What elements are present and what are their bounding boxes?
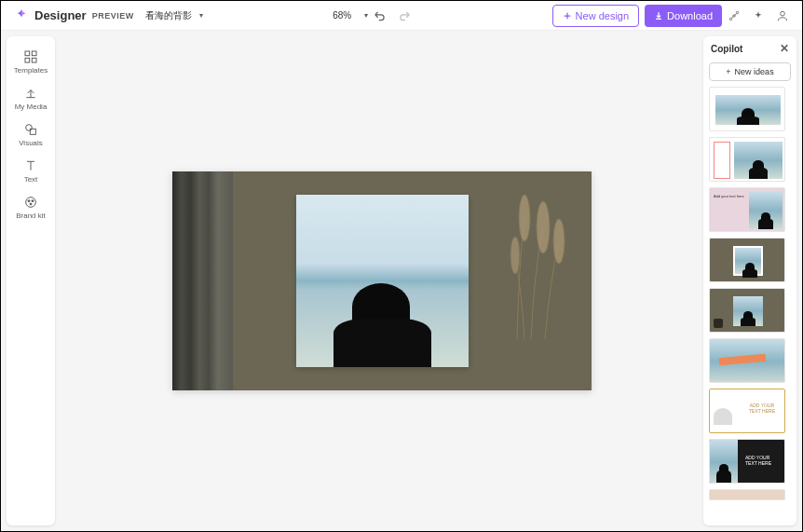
sidebar-item-text[interactable]: Text — [7, 153, 55, 189]
copilot-title: Copilot — [711, 44, 742, 54]
brand-name: Designer — [34, 8, 87, 22]
svg-rect-7 — [32, 58, 36, 62]
idea-thumbnail[interactable]: Add your text here — [709, 187, 785, 232]
sidebar-item-templates[interactable]: Templates — [7, 44, 55, 80]
idea-thumbnail[interactable]: ADD YOUR TEXT HERE — [709, 389, 785, 433]
chevron-down-icon[interactable]: ▾ — [199, 11, 203, 20]
sea-photo[interactable] — [296, 195, 469, 367]
preview-badge: PREVIEW — [92, 11, 134, 20]
sidebar-item-brand-kit[interactable]: Brand kit — [7, 189, 55, 225]
svg-point-1 — [729, 18, 731, 20]
svg-rect-4 — [25, 51, 30, 56]
idea-thumbnail[interactable] — [709, 288, 785, 333]
undo-button[interactable] — [370, 6, 390, 26]
svg-rect-5 — [32, 51, 36, 56]
design-canvas[interactable] — [172, 171, 592, 390]
top-bar: Designer PREVIEW 看海的背影 ▾ 68% ▾ New desig… — [1, 1, 802, 31]
curtain-element — [172, 171, 233, 390]
templates-icon — [23, 49, 38, 64]
document-title[interactable]: 看海的背影 — [145, 9, 192, 22]
svg-point-3 — [781, 11, 785, 16]
download-button[interactable]: Download — [645, 5, 722, 27]
upload-icon — [23, 86, 38, 101]
brand-kit-icon — [23, 195, 38, 210]
canvas-area[interactable] — [61, 31, 703, 531]
sidebar-item-visuals[interactable]: Visuals — [7, 116, 55, 153]
svg-point-12 — [32, 200, 34, 202]
account-icon[interactable] — [772, 6, 793, 26]
redo-button[interactable] — [394, 6, 415, 26]
idea-thumbnail[interactable] — [709, 87, 785, 131]
svg-point-15 — [537, 201, 550, 253]
svg-rect-6 — [25, 58, 30, 62]
idea-thumbnail[interactable] — [709, 489, 785, 500]
svg-point-11 — [28, 200, 30, 202]
svg-point-17 — [510, 237, 520, 274]
main-area: Templates My Media Visuals Text Brand ki… — [1, 31, 802, 531]
sparkle-icon[interactable] — [748, 6, 769, 26]
sidebar-item-my-media[interactable]: My Media — [7, 80, 55, 116]
svg-point-16 — [553, 219, 565, 264]
svg-point-8 — [26, 125, 33, 131]
svg-point-14 — [519, 195, 530, 241]
pampas-grass — [498, 190, 573, 339]
svg-point-10 — [26, 198, 36, 208]
svg-point-2 — [736, 11, 738, 13]
idea-thumbnail[interactable]: ADD YOUR TEXT HERE — [709, 439, 785, 484]
new-design-button[interactable]: New design — [552, 5, 639, 27]
visuals-icon — [23, 122, 38, 137]
settings-icon[interactable] — [724, 6, 744, 26]
copilot-panel: Copilot ✕ +New ideas Add your text here … — [703, 36, 796, 525]
ideas-list[interactable]: Add your text here ADD YOUR TEXT HERE AD… — [703, 87, 796, 525]
text-icon — [23, 158, 38, 173]
idea-thumbnail[interactable] — [709, 338, 785, 383]
idea-thumbnail[interactable] — [709, 238, 785, 282]
left-sidebar: Templates My Media Visuals Text Brand ki… — [7, 36, 55, 525]
zoom-level[interactable]: 68% — [333, 10, 351, 20]
svg-point-13 — [30, 203, 32, 205]
zoom-chevron-icon[interactable]: ▾ — [364, 11, 368, 20]
idea-thumbnail[interactable] — [709, 137, 785, 182]
new-ideas-button[interactable]: +New ideas — [709, 62, 791, 81]
svg-point-0 — [733, 14, 735, 16]
close-icon[interactable]: ✕ — [780, 42, 789, 55]
app-logo-icon — [14, 8, 29, 23]
